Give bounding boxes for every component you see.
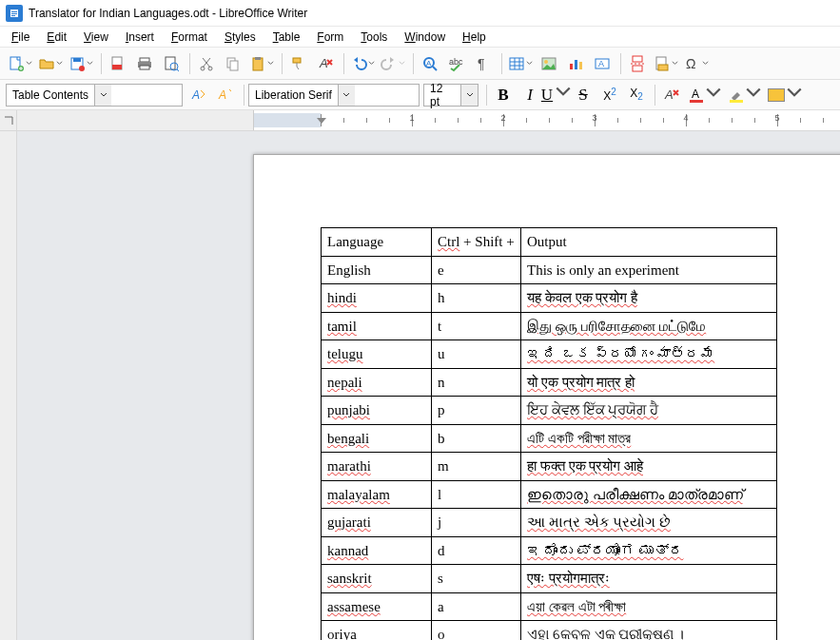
page-break-button[interactable] <box>625 51 650 76</box>
key-cell[interactable]: p <box>432 397 521 425</box>
output-cell[interactable]: এয়া কেৱল এটা পৰীক্ষা <box>521 592 777 621</box>
menu-tools[interactable]: Tools <box>353 29 395 46</box>
print-preview-button[interactable] <box>159 51 184 76</box>
highlight-color-button[interactable] <box>726 83 764 107</box>
key-cell[interactable]: h <box>432 284 521 313</box>
menu-insert[interactable]: Insert <box>118 29 162 46</box>
vertical-ruler[interactable] <box>0 131 17 640</box>
horizontal-ruler[interactable]: 1234567 <box>253 110 840 130</box>
lang-cell[interactable]: punjabi <box>322 397 432 425</box>
update-style-button[interactable]: A <box>186 83 211 107</box>
key-cell[interactable]: b <box>432 424 521 453</box>
subscript-button[interactable]: X2 <box>624 83 649 107</box>
new-style-button[interactable]: A <box>213 83 238 107</box>
key-cell[interactable]: m <box>432 453 521 481</box>
lang-cell[interactable]: oriya <box>322 621 432 641</box>
indent-marker-icon[interactable] <box>317 117 326 130</box>
header-cell[interactable]: Ctrl + Shift + <box>432 228 521 257</box>
key-cell[interactable]: t <box>432 312 521 340</box>
lang-cell[interactable]: tamil <box>322 312 432 340</box>
document-page[interactable]: LanguageCtrl + Shift +OutputEnglisheThis… <box>253 154 840 640</box>
superscript-button[interactable]: X2 <box>597 83 622 107</box>
key-cell[interactable]: o <box>432 621 521 641</box>
lang-cell[interactable]: kannad <box>322 536 432 565</box>
menu-help[interactable]: Help <box>455 29 494 46</box>
underline-button[interactable]: U <box>544 83 569 107</box>
key-cell[interactable]: n <box>432 368 521 397</box>
output-cell[interactable]: हा फक्त एक प्रयोग आहे <box>521 453 777 481</box>
menu-styles[interactable]: Styles <box>217 29 264 46</box>
output-cell[interactable]: यह केवल एक प्रयोग है <box>521 284 777 313</box>
key-cell[interactable]: a <box>432 592 521 621</box>
insert-table-button[interactable] <box>506 51 535 76</box>
output-cell[interactable]: ಇದೊಂದು ಪ್ರಯೋಗ ಮಾತ್ರ <box>521 536 777 565</box>
paragraph-style-combo[interactable]: Table Contents <box>6 84 183 107</box>
clone-formatting-button[interactable] <box>286 51 311 76</box>
dropdown-icon[interactable] <box>460 85 478 106</box>
key-cell[interactable]: s <box>432 565 521 593</box>
font-color-button[interactable]: A <box>686 83 724 107</box>
lang-cell[interactable]: gujarati <box>322 509 432 537</box>
lang-cell[interactable]: telugu <box>322 340 432 369</box>
output-cell[interactable]: This is only an experiment <box>521 256 777 284</box>
lang-cell[interactable]: bengali <box>322 424 432 453</box>
cut-button[interactable] <box>194 51 219 76</box>
menu-window[interactable]: Window <box>397 29 453 46</box>
page-scroll[interactable]: LanguageCtrl + Shift +OutputEnglisheThis… <box>17 131 840 640</box>
output-cell[interactable]: ଏହା କେବଳ ଏକ ପରୀକ୍ଷଣ । <box>521 621 777 641</box>
insert-field-button[interactable] <box>652 51 680 76</box>
lang-cell[interactable]: hindi <box>322 284 432 313</box>
insert-symbol-button[interactable]: Ω <box>682 51 711 76</box>
insert-chart-button[interactable] <box>563 51 588 76</box>
menu-file[interactable]: File <box>4 29 37 46</box>
lang-cell[interactable]: nepali <box>322 368 432 397</box>
redo-button[interactable] <box>379 51 407 76</box>
lang-cell[interactable]: marathi <box>322 453 432 481</box>
bold-button[interactable]: B <box>491 83 516 107</box>
ruler-corner-icon[interactable] <box>0 110 17 130</box>
lang-cell[interactable]: English <box>322 256 432 284</box>
output-cell[interactable]: এটি একটি পরীক্ষা মাত্র <box>521 424 777 453</box>
output-cell[interactable]: यो एक प्रयोग मात्र हो <box>521 368 777 397</box>
character-highlight-button[interactable] <box>766 83 805 107</box>
copy-button[interactable] <box>221 51 245 76</box>
header-cell[interactable]: Output <box>521 228 777 257</box>
save-button[interactable] <box>67 51 95 76</box>
open-button[interactable] <box>36 51 65 76</box>
lang-cell[interactable]: malayalam <box>322 480 432 509</box>
menu-edit[interactable]: Edit <box>39 29 74 46</box>
undo-button[interactable] <box>348 51 377 76</box>
paste-button[interactable] <box>247 51 276 76</box>
key-cell[interactable]: j <box>432 509 521 537</box>
font-size-combo[interactable]: 12 pt <box>423 84 479 107</box>
key-cell[interactable]: l <box>432 480 521 509</box>
print-button[interactable] <box>132 51 157 76</box>
output-cell[interactable]: આ માત્ર એક પ્રયોગ છે <box>521 509 777 537</box>
key-cell[interactable]: u <box>432 340 521 369</box>
clear-formatting-button[interactable]: A <box>659 83 684 107</box>
insert-textbox-button[interactable]: A <box>590 51 615 76</box>
output-cell[interactable]: இது ஒரு பரிசோதனை மட்டுமே <box>521 312 777 340</box>
export-pdf-button[interactable] <box>106 51 130 76</box>
dropdown-icon[interactable] <box>338 85 355 106</box>
output-cell[interactable]: ഇതൊരു പരീക്ഷണം മാത്രമാണ് <box>521 480 777 509</box>
menu-form[interactable]: Form <box>309 29 351 46</box>
formatting-marks-button[interactable]: ¶ <box>471 51 496 76</box>
find-button[interactable]: A <box>418 51 442 76</box>
key-cell[interactable]: d <box>432 536 521 565</box>
menu-view[interactable]: View <box>76 29 116 46</box>
strikethrough-button[interactable]: S <box>571 83 596 107</box>
italic-button[interactable]: I <box>518 83 542 107</box>
key-cell[interactable]: e <box>432 256 521 284</box>
header-cell[interactable]: Language <box>322 228 432 257</box>
output-cell[interactable]: ఇది ఒక ప్రయోగం మాత్రమే <box>521 340 777 369</box>
dropdown-icon[interactable] <box>94 85 111 106</box>
lang-cell[interactable]: sanskrit <box>322 565 432 593</box>
output-cell[interactable]: एषः प्रयोगमात्रः <box>521 565 777 593</box>
menu-table[interactable]: Table <box>265 29 308 46</box>
font-name-combo[interactable]: Liberation Serif <box>248 84 420 107</box>
output-cell[interactable]: ਇਹ ਕੇਵਲ ਇੱਕ ਪ੍ਰਯੋਗ ਹੈ <box>521 397 777 425</box>
spellcheck-button[interactable]: abc <box>444 51 469 76</box>
clear-formatting-button[interactable]: A <box>313 51 338 76</box>
new-button[interactable] <box>6 51 34 76</box>
